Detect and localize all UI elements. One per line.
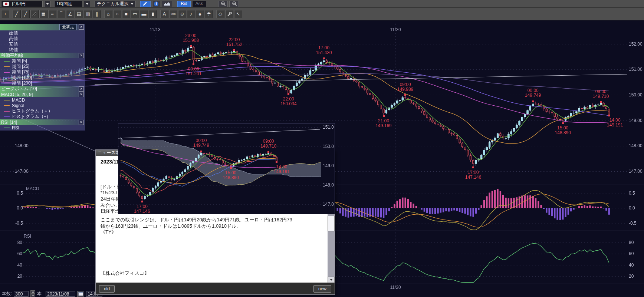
stamp-smiley-tool[interactable]: ☺	[178, 10, 186, 18]
currency-pair-select[interactable]: ドル/円	[1, 1, 43, 7]
fan-lines-tool[interactable]: ⌒	[57, 10, 65, 18]
info-button[interactable]: i	[152, 1, 160, 7]
angle-line-tool[interactable]: ∠	[66, 10, 74, 18]
settings-tool[interactable]	[225, 10, 233, 18]
time-zone-tool[interactable]: ▥	[84, 10, 92, 18]
timeframe-select[interactable]: 1時間足	[54, 1, 82, 7]
legend-color-swatch	[4, 72, 10, 73]
macd-scale-label: 0.0	[629, 205, 635, 211]
inset-chart-window[interactable]: 151.0150.0149.0148.0147.017:00147.14600:…	[118, 123, 335, 214]
peak-bottom-marker	[276, 161, 277, 163]
stamp-umbrella-tool[interactable]: ☂	[205, 10, 213, 18]
timeframe-dropdown-button[interactable]	[84, 1, 90, 7]
legend-item: 期間 [25]	[0, 64, 85, 69]
peak-bottom-annotation: 23:00151.908	[183, 33, 199, 43]
trend-line-tool[interactable]: ╱	[13, 10, 21, 18]
legend-item-label: MACD	[12, 98, 25, 103]
peak-bottom-annotation: 17:00147.146	[465, 170, 481, 180]
pencil-icon	[32, 11, 37, 17]
bar-count-input[interactable]: 300	[14, 291, 29, 297]
stamp-spade-tool[interactable]: ♠	[196, 10, 204, 18]
icon-stamp-tool[interactable]: icon	[169, 10, 177, 18]
text-tool[interactable]: A	[160, 10, 168, 18]
legend-group-title: ピークボトム [10]	[1, 86, 37, 92]
legend-color-swatch	[4, 77, 10, 78]
bar-count-label: 本数:	[2, 291, 12, 297]
peak-bottom-marker	[230, 167, 232, 169]
rectangle-tool[interactable]: ▭	[131, 10, 139, 18]
news-source: 【株式会社フィスコ】	[101, 270, 149, 277]
date-input[interactable]: 2023/11/08	[46, 291, 75, 297]
multi-line-tool[interactable]: ≣	[39, 10, 47, 18]
fibonacci-retracement-tool[interactable]: ▤	[75, 10, 83, 18]
spinner-down-button[interactable]	[30, 294, 35, 297]
zoom-in-icon	[220, 1, 226, 6]
pentagon-tool[interactable]: ⌂	[104, 10, 112, 18]
ask-toggle-button[interactable]: Ask	[192, 1, 206, 7]
bid-toggle-button[interactable]: Bid	[177, 1, 190, 7]
calendar-button[interactable]	[77, 291, 84, 297]
freehand-draw-tool[interactable]	[30, 10, 39, 18]
latest-bar-button[interactable]: 最新足	[59, 24, 77, 30]
peak-bottom-annotation: 00:00149.749	[193, 138, 209, 148]
legend-item: ヒストグラム（−）	[0, 114, 85, 119]
ellipse-tool[interactable]: ○	[113, 10, 121, 18]
legend-price-row: 安値	[0, 42, 85, 47]
scroll-down-button[interactable]	[328, 277, 335, 283]
inset-chart-canvas[interactable]	[118, 123, 335, 214]
currency-pair-dropdown-button[interactable]	[44, 1, 50, 7]
spinner-up-button[interactable]	[30, 290, 35, 294]
technical-select-button[interactable]: テクニカル選択	[95, 1, 136, 7]
peak-bottom-marker	[608, 115, 610, 116]
channel-tool[interactable]: ∥	[93, 10, 101, 18]
legend-group-header: RSI [14]×	[0, 119, 85, 125]
peak-bottom-annotation: 17:00147.146	[134, 204, 150, 214]
price-axis-label: 151.00	[629, 67, 643, 72]
peak-bottom-annotation: 14:00149.191	[274, 165, 290, 174]
legend-price-row: 始値	[0, 30, 85, 36]
legend-item: ヒストグラム（＋）	[0, 108, 85, 114]
horizontal-bar-tool[interactable]: ▬	[140, 10, 148, 18]
stamp-note-tool[interactable]: ♪	[187, 10, 195, 18]
timeframe-label: 1時間足	[56, 1, 72, 7]
cursor-tool[interactable]: ↖	[234, 10, 242, 18]
peak-bottom-annotation: 17:00151.430	[316, 46, 332, 55]
legend-close-button[interactable]: ×	[79, 53, 84, 58]
legend-close-button[interactable]: ×	[79, 86, 84, 92]
legend-color-swatch	[4, 116, 10, 117]
draw-mode-button[interactable]	[140, 1, 151, 7]
legend-close-button[interactable]: ×	[79, 24, 84, 30]
rsi-scale-label: 20	[629, 274, 634, 279]
peak-bottom-annotation: 09:00149.710	[260, 139, 276, 149]
parallel-lines-tool[interactable]: ≡	[48, 10, 56, 18]
status-bar: 本数: 300 本 2023/11/08 14:00	[0, 290, 102, 297]
legend-group-title: MACD [5, 20, 9]	[1, 92, 33, 97]
filled-rectangle-tool[interactable]: ■	[122, 10, 130, 18]
peak-bottom-annotation: 14:00149.191	[607, 118, 623, 128]
rsi-scale-label: 20	[13, 274, 22, 279]
peak-bottom-annotation: 15:00148.890	[555, 126, 571, 135]
legend-close-button[interactable]: ×	[79, 92, 84, 97]
legend-close-button[interactable]: ×	[79, 120, 84, 125]
rsi-scale-label: 60	[629, 251, 634, 256]
legend-item: 期間 [200]	[0, 80, 85, 86]
news-text-line: 日経平均	[101, 208, 120, 215]
crosshair-tool[interactable]: +	[1, 10, 9, 18]
price-axis-label: 151.0	[323, 125, 334, 130]
trend-ray-tool[interactable]: ╱	[22, 10, 30, 18]
news-text-line: 《TY》	[101, 229, 116, 235]
zoom-in-button[interactable]	[218, 1, 228, 7]
peak-bottom-annotation: 15:00148.890	[223, 171, 239, 180]
peak-bottom-annotation: 09:00149.989	[397, 82, 413, 92]
legend-group-title: RSI [14]	[1, 120, 17, 125]
scrollbar-thumb[interactable]	[328, 216, 335, 231]
newer-news-button[interactable]: new	[313, 285, 331, 293]
rsi-panel-title: RSI	[24, 234, 31, 239]
older-news-button[interactable]: old	[99, 285, 115, 293]
vertical-bar-tool[interactable]: ▮	[149, 10, 157, 18]
legend-item-label: Signal	[12, 103, 24, 108]
zoom-out-button[interactable]	[229, 1, 239, 7]
chart-style-button[interactable]	[162, 1, 172, 7]
peak-bottom-annotation: 00:00149.749	[525, 88, 541, 98]
eraser-tool[interactable]: ◇	[216, 10, 224, 18]
